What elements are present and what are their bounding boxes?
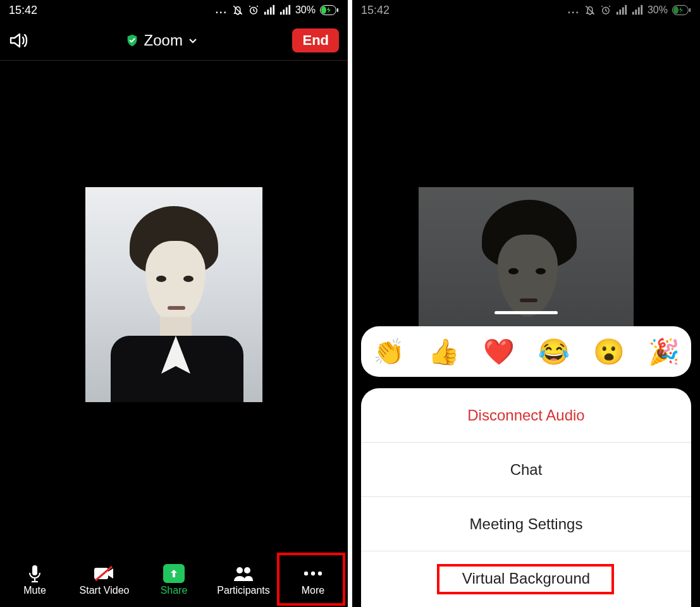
- dnd-icon: [232, 4, 243, 16]
- reaction-joy[interactable]: 😂: [538, 337, 570, 367]
- svg-point-21: [311, 571, 315, 575]
- menu-chat-label: Chat: [510, 461, 543, 479]
- reaction-wow[interactable]: 😮: [593, 337, 625, 367]
- status-right: ... 30%: [216, 4, 339, 16]
- share-label: Share: [161, 585, 188, 596]
- chevron-down-icon: [188, 35, 198, 46]
- video-area: [0, 61, 348, 607]
- participants-label: Participants: [217, 585, 270, 596]
- reaction-heart[interactable]: ❤️: [483, 337, 515, 367]
- svg-rect-16: [94, 568, 108, 579]
- reaction-thumbs[interactable]: 👍: [428, 337, 460, 367]
- svg-rect-4: [270, 8, 272, 15]
- status-bar: 15:42 ... 30%: [0, 0, 348, 20]
- share-up-icon: [163, 564, 185, 583]
- status-time: 15:42: [9, 4, 37, 17]
- menu-disconnect-label: Disconnect Audio: [467, 407, 584, 424]
- bottom-toolbar: Mute Start Video Share Participants More: [0, 553, 348, 607]
- more-ellipsis-icon: [302, 564, 324, 583]
- signal-b-icon: [279, 4, 291, 16]
- reaction-clap[interactable]: 👏: [373, 337, 405, 367]
- menu-meeting-settings[interactable]: Meeting Settings: [361, 497, 691, 551]
- meeting-title-text: Zoom: [144, 32, 183, 49]
- battery-charging-icon: [320, 5, 339, 15]
- menu-virtual-background[interactable]: Virtual Background: [361, 551, 691, 606]
- start-video-button[interactable]: Start Video: [70, 553, 139, 607]
- svg-rect-3: [267, 9, 269, 15]
- svg-rect-2: [264, 12, 266, 15]
- share-button[interactable]: Share: [139, 553, 209, 607]
- alarm-icon: [248, 4, 259, 16]
- participants-icon: [233, 564, 254, 583]
- end-button[interactable]: End: [292, 28, 339, 52]
- shield-check-icon: [125, 34, 139, 47]
- phone-screenshot-more-menu: 15:42 ... 30% 👏 👍 ❤️ 😂 😮 🎉 Disconnect Au…: [352, 0, 700, 607]
- svg-point-19: [244, 567, 250, 573]
- svg-rect-5: [273, 5, 274, 15]
- reaction-bar: 👏 👍 ❤️ 😂 😮 🎉: [361, 326, 691, 377]
- svg-rect-12: [337, 8, 338, 12]
- menu-chat[interactable]: Chat: [361, 443, 691, 497]
- menu-disconnect-audio[interactable]: Disconnect Audio: [361, 388, 691, 443]
- svg-rect-11: [321, 6, 326, 14]
- more-button[interactable]: More: [278, 553, 348, 607]
- self-view: [85, 187, 262, 402]
- mute-button[interactable]: Mute: [0, 553, 70, 607]
- svg-rect-9: [288, 5, 290, 15]
- camera-off-icon: [93, 564, 116, 583]
- svg-point-20: [304, 571, 308, 575]
- zoom-header: Zoom End: [0, 20, 348, 61]
- more-label: More: [302, 585, 324, 596]
- mute-label: Mute: [23, 585, 46, 596]
- svg-rect-6: [280, 12, 282, 15]
- svg-point-18: [236, 567, 243, 573]
- phone-screenshot-main: 15:42 ... 30% Zoom End Mute: [0, 0, 348, 607]
- more-menu-sheet: Disconnect Audio Chat Meeting Settings V…: [361, 388, 691, 607]
- svg-rect-8: [286, 8, 288, 15]
- sheet-drag-handle[interactable]: [494, 311, 558, 314]
- participants-button[interactable]: Participants: [209, 553, 278, 607]
- speaker-icon[interactable]: [9, 31, 30, 50]
- battery-percent: 30%: [295, 4, 316, 16]
- menu-vbg-label: Virtual Background: [462, 570, 590, 587]
- mic-icon: [27, 564, 42, 583]
- signal-a-icon: [264, 4, 275, 16]
- meeting-title[interactable]: Zoom: [125, 32, 198, 49]
- svg-rect-7: [283, 9, 285, 15]
- reaction-party[interactable]: 🎉: [648, 337, 680, 367]
- more-dots-icon: ...: [216, 4, 228, 16]
- svg-rect-13: [32, 565, 37, 575]
- start-video-label: Start Video: [80, 585, 130, 596]
- svg-point-22: [318, 571, 322, 575]
- menu-settings-label: Meeting Settings: [470, 515, 583, 533]
